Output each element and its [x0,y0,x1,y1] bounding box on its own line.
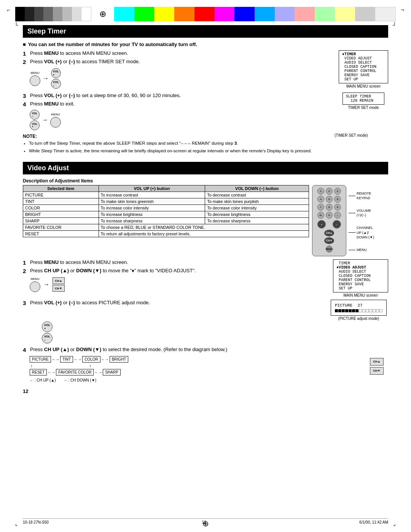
va-chv-btn[interactable]: CH▼ [53,285,65,292]
picture-adjust-label: (PICTURE adjust mode) [338,316,379,321]
vol-minus-btn2[interactable]: VOL– [30,110,40,120]
r-btn-dash[interactable]: – [334,212,341,219]
timer-set-mode-label-note: (TIMER SET mode) [335,133,368,156]
reg-mark-tl: ⌐ [7,7,10,13]
r-btn-flashback[interactable]: FL [317,212,324,219]
r-btn-1[interactable]: 1 [317,188,324,195]
r-btn-vol-plus[interactable]: + [317,220,326,228]
reg-mark-bl: ⌞ [15,521,18,527]
table-row: PICTURE To increase contrast To decrease… [23,192,309,198]
r-btn-0[interactable]: 0 [326,212,333,219]
remote-side: 1 2 3 4 5 6 7 8 9 [312,185,388,256]
va-step3-diagram: VOL+ VOL– [42,321,329,343]
va-cha-btn[interactable]: CH▲ [53,277,65,284]
vol-plus-btn[interactable]: VOL+ [51,68,61,78]
va-menu-parent: PARENT CONTROL [336,278,385,282]
menu-item-setup: SET UP [342,77,385,81]
va-steps-12: 1 Press MENU to access MAIN MENU screen.… [23,259,388,297]
footer-right: 6/1/00, 11:42 AM [359,520,388,524]
step1-num: 1 [23,50,28,57]
va-menu-video: ♦VIDEO ADJUST [336,265,385,270]
step3-text: Press VOL (+) or (–) to set a sleep time… [30,93,181,99]
note-bullets: To turn off the Sleep Timer, repeat the … [23,140,312,155]
r-btn-chv[interactable]: CH▼ [324,237,334,244]
r-btn-6[interactable]: 6 [334,196,341,203]
menu-item-closed: CLOSED CAPTION [342,65,385,69]
nav-arr-4: ←→ [48,370,55,374]
nav-arr-2: ←→ [74,357,81,361]
chv-btn-step4[interactable]: CH▼ [370,367,384,375]
nav-vert-arrows: ↕ ↕ [30,364,91,368]
r-btn-menu[interactable]: MENU [326,246,333,252]
va-step3-text: Press VOL (+) or (–) to access PICTURE a… [30,300,150,306]
bold-note-text: You can set the number of minutes for yo… [28,42,197,47]
item-bright: BRIGHT [23,211,99,217]
table-row: RESET To return all adjustments to facto… [23,230,309,237]
remote-visual: 1 2 3 4 5 6 7 8 9 [312,185,388,256]
item-tint: TINT [23,198,99,204]
button-diagram-12: MENU → VOL+ VOL– [30,68,335,89]
description-title: Description of Adjustment Items [23,178,388,184]
va-arrow: → [43,281,49,288]
va-step1-row: 1 Press MENU to access MAIN MENU screen. [23,259,329,266]
footer-left: 10-18 27N-S50 [23,520,49,524]
nav-row-2: RESET ←→ FAVORITE COLOR ←→ SHARP [30,369,121,375]
r-btn-4[interactable]: 4 [317,196,324,203]
nav-color: COLOR [82,356,100,363]
reg-mark-tr: ¬ [401,7,404,13]
pbar-4 [345,309,348,312]
step4-text: Press MENU to exit. [30,101,75,107]
sharp-up: To increase sharpness [99,217,205,224]
adjustment-table: Selected item VOL UP (+) button VOL DOWN… [23,185,309,237]
r-btn-5[interactable]: 5 [326,196,333,203]
pbar-13 [376,309,379,312]
tint-up: To make skin tones greenish [99,198,205,204]
r-btn-2[interactable]: 2 [326,188,333,195]
menu-btn2[interactable] [50,117,61,128]
cha-btn-step4[interactable]: CH▲ [370,358,384,366]
picture-adjust-box-wrap: PICTURE 27 [329,300,388,321]
note-bullet-2: While Sleep Timer is active, the time re… [29,148,312,154]
r-btn-vol-minus[interactable]: – [333,220,341,228]
nav-legend: ← : CH UP (▲) → : CH DOWN (▼) [30,378,96,382]
menu-label: MENU [30,71,40,75]
vol-plus-btn2[interactable]: VOL+ [30,120,40,130]
col-header-vol-down: VOL DOWN (–) button [205,185,309,192]
table-area: Selected item VOL UP (+) button VOL DOWN… [23,185,309,256]
ch-btns-step4: CH▲ CH▼ [365,358,388,375]
r-btn-9[interactable]: 9 [334,204,341,211]
step2-row: 2 Press VOL (+) or (–) to access TIMER S… [23,59,335,65]
timer-set-label: TIMER SET mode [348,105,379,110]
r-btn-cha[interactable]: CH▲ [324,230,334,236]
pbar-10 [366,309,369,312]
nav-diagram: PICTURE ←→ TINT ←→ COLOR ←→ BRIGHT ↕ ↕ [30,356,365,382]
va-vol-plus[interactable]: VOL+ [42,321,53,332]
step2-num: 2 [23,59,28,65]
r-btn-3[interactable]: 3 [334,188,341,195]
vol-minus-btn[interactable]: VOL– [51,79,61,89]
nav-arr-1: ←→ [52,357,59,361]
note-title: NOTE: [23,134,37,139]
r-btn-8[interactable]: 8 [326,204,333,211]
nav-reset: RESET [30,369,47,375]
va-menu-btn[interactable] [30,281,40,292]
menu-btn[interactable] [30,75,40,86]
table-row: TINT To make skin tones greenish To make… [23,198,309,204]
ann-volume-text: VOLUME(+)/(−) [357,208,371,218]
pbar-9 [362,309,365,312]
nav-picture: PICTURE [30,356,51,363]
remote-annotations: REMOTEKEYPAD VOLUME(+)/(−) CHANNELUP (▲)… [349,185,374,256]
nav-tint: TINT [60,356,73,363]
ann-menu-text: MENU [357,248,367,252]
step1-row: 1 Press MENU to access MAIN MENU screen. [23,50,335,57]
reg-mark-br: ⌟ [393,521,396,527]
r-btn-7[interactable]: 7 [317,204,324,211]
va-vol-minus[interactable]: VOL– [42,333,53,343]
ann-keypad-text: REMOTEKEYPAD [357,191,371,201]
va-step1-num: 1 [23,259,28,266]
menu-item-timer: ♦TIMER [342,52,385,56]
ch-buttons-pair: CH▲ CH▼ [324,230,334,244]
pbar-3 [342,309,345,312]
va-step4-num: 4 [23,347,28,353]
video-adjust-title: Video Adjust [23,162,388,174]
